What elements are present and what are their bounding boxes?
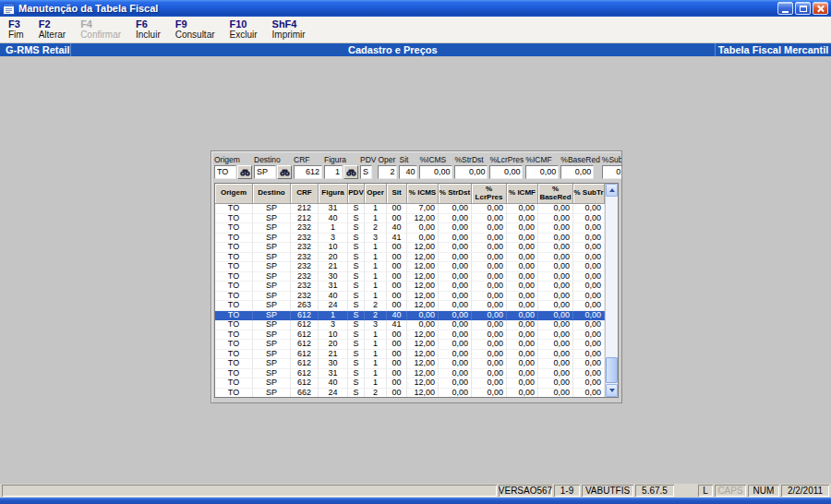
titlebar[interactable]: Manutenção da Tabela Fiscal	[0, 0, 831, 17]
field-label-lcrpres: %LcrPres	[489, 155, 524, 164]
lookup-button-destino[interactable]	[277, 165, 292, 179]
table-cell: 232	[291, 253, 319, 263]
column-header-icmf: % ICMF	[507, 184, 538, 204]
table-cell: 0,00	[472, 330, 507, 341]
table-cell: 0,00	[439, 320, 472, 330]
table-row[interactable]: TOSP21240S10012,000,000,000,000,000,00	[215, 214, 605, 224]
field-input-figura[interactable]: 1	[324, 165, 343, 179]
table-row[interactable]: TOSP61231S10012,000,000,000,000,000,00	[215, 369, 605, 379]
table-cell: 00	[387, 389, 407, 398]
table-cell: 3	[365, 320, 387, 330]
table-row[interactable]: TOSP23220S10012,000,000,000,000,000,00	[215, 253, 605, 263]
field-oper: Oper2	[378, 155, 397, 179]
table-row[interactable]: TOSP6121S2400,000,000,000,000,000,00	[215, 311, 605, 321]
table-cell: S	[348, 359, 365, 369]
toolbar-button-fim[interactable]: F3Fim	[6, 18, 27, 41]
table-cell: 0,00	[507, 340, 538, 350]
table-cell: 0,00	[439, 253, 472, 263]
toolbar-button-incluir[interactable]: F6Incluir	[133, 18, 163, 41]
table-cell: 612	[291, 378, 319, 389]
column-header-icms: % ICMS	[407, 184, 439, 204]
table-row[interactable]: TOSP23210S10012,000,000,000,000,000,00	[215, 243, 605, 253]
toolbar-key-label: ShF4	[272, 18, 306, 30]
field-wrap-crf: 612	[294, 165, 322, 179]
field-input-icms[interactable]: 0,00	[419, 165, 452, 179]
table-cell: TO	[215, 282, 253, 292]
field-input-origem[interactable]: TO	[214, 165, 236, 179]
table-cell: 0,00	[573, 272, 605, 282]
table-cell: 0,00	[538, 389, 573, 398]
table-cell: 0,00	[439, 243, 472, 253]
table-cell: 0,00	[472, 272, 507, 282]
table-cell: SP	[253, 272, 291, 282]
table-row[interactable]: TOSP21231S1007,000,000,000,000,000,00	[215, 204, 605, 214]
table-cell: 0,00	[507, 272, 538, 282]
table-row[interactable]: TOSP2323S3410,000,000,000,000,000,00	[215, 234, 605, 244]
table-row[interactable]: TOSP23221S10012,000,000,000,000,000,00	[215, 262, 605, 272]
field-input-basered[interactable]: 0,00	[560, 165, 594, 179]
table-row[interactable]: TOSP61210S10012,000,000,000,000,000,00	[215, 330, 605, 341]
scrollbar-down-button[interactable]	[606, 384, 618, 397]
table-cell: 41	[387, 234, 407, 244]
minimize-button[interactable]	[777, 2, 793, 15]
field-input-crf[interactable]: 612	[294, 165, 322, 179]
table-row[interactable]: TOSP61230S10012,000,000,000,000,000,00	[215, 359, 605, 369]
toolbar-button-imprimir[interactable]: ShF4Imprimir	[270, 18, 308, 41]
down-arrow-icon	[609, 389, 615, 392]
field-input-lcrpres[interactable]: 0,00	[489, 165, 523, 179]
table-row[interactable]: TOSP26324S20012,000,000,000,000,000,00	[215, 301, 605, 311]
maximize-button[interactable]	[795, 2, 811, 15]
field-wrap-sit: 40	[399, 165, 417, 179]
table-cell: TO	[215, 311, 253, 321]
table-cell: 0,00	[573, 340, 605, 350]
table-row[interactable]: TOSP66224S20012,000,000,000,000,000,00	[215, 389, 605, 398]
field-input-strdst[interactable]: 0,00	[454, 165, 488, 179]
field-input-pdv[interactable]: S	[360, 165, 372, 179]
field-input-subtr[interactable]: 0,00	[602, 165, 622, 179]
toolbar-button-consultar[interactable]: F9Consultar	[173, 18, 218, 41]
table-cell: 0,00	[439, 389, 472, 398]
table-row[interactable]: TOSP2321S2400,000,000,000,000,000,00	[215, 223, 605, 234]
table-cell: 0,00	[439, 311, 472, 321]
close-button[interactable]	[813, 2, 828, 15]
table-row[interactable]: TOSP61240S10012,000,000,000,000,000,00	[215, 378, 605, 389]
table-row[interactable]: TOSP23230S10012,000,000,000,000,000,00	[215, 272, 605, 282]
field-input-destino[interactable]: SP	[254, 165, 276, 179]
scrollbar-thumb[interactable]	[606, 357, 618, 383]
table-cell: 00	[387, 204, 407, 214]
table-cell: 232	[291, 262, 319, 272]
toolbar-button-excluir[interactable]: F10Excluir	[227, 18, 260, 41]
toolbar-button-alterar[interactable]: F2Alterar	[36, 18, 68, 41]
table-cell: 1	[365, 253, 387, 263]
table-cell: 21	[319, 262, 348, 272]
field-wrap-figura: 1	[324, 165, 358, 179]
table-row[interactable]: TOSP61220S10012,000,000,000,000,000,00	[215, 340, 605, 350]
table-cell: 612	[291, 350, 319, 360]
scrollbar-up-button[interactable]	[606, 184, 618, 197]
table-row[interactable]: TOSP23231S10012,000,000,000,000,000,00	[215, 282, 605, 292]
lookup-button-figura[interactable]	[343, 165, 358, 179]
field-input-oper[interactable]: 2	[378, 165, 397, 179]
table-cell: 1	[365, 204, 387, 214]
table-row[interactable]: TOSP61221S10012,000,000,000,000,000,00	[215, 350, 605, 360]
field-subtr: %SubTr0,00	[602, 155, 622, 179]
table-row[interactable]: TOSP23240S10012,000,000,000,000,000,00	[215, 292, 605, 302]
table-cell: 12,00	[407, 378, 439, 389]
field-input-icmf[interactable]: 0,00	[525, 165, 559, 179]
table-cell: 212	[291, 204, 319, 214]
field-wrap-oper: 2	[378, 165, 397, 179]
table-row[interactable]: TOSP6123S3410,000,000,000,000,000,00	[215, 320, 605, 330]
field-input-sit[interactable]: 40	[399, 165, 417, 179]
taskbar[interactable]	[0, 498, 831, 504]
status-panel-build: 5.67.5	[635, 485, 674, 497]
field-icms: %ICMS0,00	[419, 155, 452, 179]
field-wrap-origem: TO	[214, 165, 252, 179]
scrollbar-track[interactable]	[605, 184, 618, 397]
table-cell: 2	[365, 389, 387, 398]
table-cell: 12,00	[407, 389, 439, 398]
table-cell: 3	[365, 234, 387, 244]
toolbar-key-label: F3	[8, 18, 24, 30]
table-cell: 00	[387, 369, 407, 379]
table-cell: TO	[215, 272, 253, 282]
lookup-button-origem[interactable]	[237, 165, 252, 179]
